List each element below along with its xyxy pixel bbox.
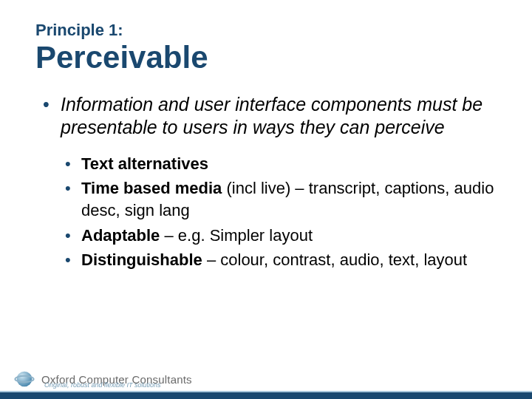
brand-block: Oxford Computer Consultants Original, ro… [13,368,192,390]
svg-point-0 [17,372,33,387]
sub-bullet-rest: – colour, contrast, audio, text, layout [202,250,467,269]
sub-bullet-lead: Text alternatives [81,154,208,173]
main-bullet: Information and user interface component… [43,93,497,140]
sub-bullet: Text alternatives [65,153,497,175]
bullet-list-level1: Information and user interface component… [35,93,497,140]
slide-footer: Oxford Computer Consultants Original, ro… [0,364,532,399]
sub-bullet: Time based media (incl live) – transcrip… [65,177,497,221]
brand-tagline: Original, robust and flexible IT solutio… [44,381,161,389]
slide-kicker: Principle 1: [35,21,497,40]
sub-bullet-lead: Distinguishable [81,250,202,269]
slide-title: Perceivable [35,41,497,74]
sub-bullet-lead: Adaptable [81,226,160,245]
slide-content: Principle 1: Perceivable Information and… [0,0,532,271]
footer-divider [0,392,532,399]
sub-bullet: Distinguishable – colour, contrast, audi… [65,249,497,271]
sub-bullet-rest: – e.g. Simpler layout [160,226,313,245]
bullet-list-level2: Text alternatives Time based media (incl… [35,153,497,271]
sub-bullet: Adaptable – e.g. Simpler layout [65,225,497,247]
sub-bullet-lead: Time based media [81,179,222,197]
globe-icon [13,368,35,390]
